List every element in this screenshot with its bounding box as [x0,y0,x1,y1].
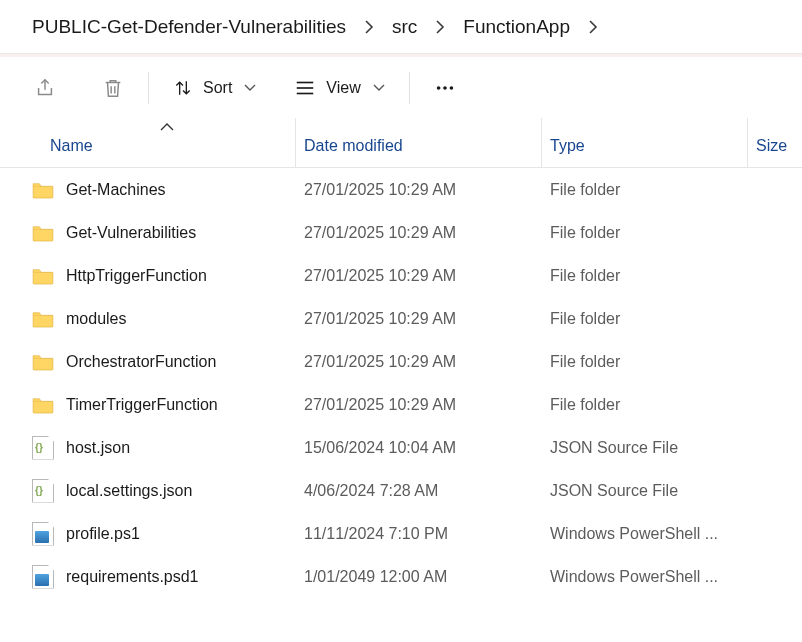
toolbar: Sort View [0,54,802,118]
file-name: Get-Vulnerabilities [66,224,196,242]
view-button[interactable]: View [284,72,394,104]
folder-icon [32,351,54,373]
file-date: 27/01/2025 10:29 AM [296,181,542,199]
file-date: 15/06/2024 10:04 AM [296,439,542,457]
file-row[interactable]: host.json15/06/2024 10:04 AMJSON Source … [0,426,802,469]
folder-icon [32,308,54,330]
file-name: host.json [66,439,130,457]
sort-label: Sort [203,79,232,97]
column-header-date[interactable]: Date modified [296,118,542,167]
folder-icon [32,222,54,244]
chevron-right-icon [588,20,598,34]
chevron-down-icon [244,83,256,93]
file-type: JSON Source File [542,482,748,500]
chevron-down-icon [373,83,385,93]
svg-point-5 [449,86,453,90]
file-name: local.settings.json [66,482,192,500]
powershell-file-icon [32,522,54,546]
file-type: File folder [542,181,748,199]
file-name: TimerTriggerFunction [66,396,218,414]
file-row[interactable]: requirements.psd11/01/2049 12:00 AMWindo… [0,555,802,598]
chevron-right-icon [435,20,445,34]
folder-icon [32,265,54,287]
more-button[interactable] [424,71,466,105]
breadcrumb: PUBLIC-Get-Defender-Vulnerabilities src … [0,0,802,54]
file-date: 27/01/2025 10:29 AM [296,353,542,371]
file-date: 27/01/2025 10:29 AM [296,224,542,242]
share-button[interactable] [24,71,66,105]
file-date: 27/01/2025 10:29 AM [296,310,542,328]
column-header-name[interactable]: Name [0,118,296,167]
file-date: 11/11/2024 7:10 PM [296,525,542,543]
breadcrumb-item-functionapp[interactable]: FunctionApp [461,12,572,42]
json-file-icon [32,479,54,503]
file-row[interactable]: TimerTriggerFunction27/01/2025 10:29 AMF… [0,383,802,426]
file-name: Get-Machines [66,181,166,199]
file-type: File folder [542,353,748,371]
view-label: View [326,79,360,97]
powershell-file-icon [32,565,54,589]
file-row[interactable]: Get-Machines27/01/2025 10:29 AMFile fold… [0,168,802,211]
file-name: requirements.psd1 [66,568,199,586]
folder-icon [32,394,54,416]
file-list: Get-Machines27/01/2025 10:29 AMFile fold… [0,168,802,598]
file-type: File folder [542,224,748,242]
file-date: 4/06/2024 7:28 AM [296,482,542,500]
breadcrumb-item-root[interactable]: PUBLIC-Get-Defender-Vulnerabilities [30,12,348,42]
delete-button[interactable] [92,71,134,105]
sort-button[interactable]: Sort [163,72,266,104]
file-type: File folder [542,267,748,285]
column-header-size[interactable]: Size [748,118,802,167]
file-row[interactable]: Get-Vulnerabilities27/01/2025 10:29 AMFi… [0,211,802,254]
file-row[interactable]: local.settings.json4/06/2024 7:28 AMJSON… [0,469,802,512]
sort-indicator-icon [160,118,174,135]
file-date: 27/01/2025 10:29 AM [296,267,542,285]
folder-icon [32,179,54,201]
file-name: modules [66,310,126,328]
file-type: File folder [542,396,748,414]
file-name: HttpTriggerFunction [66,267,207,285]
column-header-row: Name Date modified Type Size [0,118,802,168]
file-row[interactable]: profile.ps111/11/2024 7:10 PMWindows Pow… [0,512,802,555]
file-name: OrchestratorFunction [66,353,216,371]
toolbar-separator [409,72,410,104]
json-file-icon [32,436,54,460]
file-name: profile.ps1 [66,525,140,543]
file-type: Windows PowerShell ... [542,525,748,543]
file-type: JSON Source File [542,439,748,457]
file-date: 27/01/2025 10:29 AM [296,396,542,414]
file-type: File folder [542,310,748,328]
file-row[interactable]: OrchestratorFunction27/01/2025 10:29 AMF… [0,340,802,383]
file-type: Windows PowerShell ... [542,568,748,586]
toolbar-separator [148,72,149,104]
file-row[interactable]: modules27/01/2025 10:29 AMFile folder [0,297,802,340]
column-header-type[interactable]: Type [542,118,748,167]
file-date: 1/01/2049 12:00 AM [296,568,542,586]
breadcrumb-item-src[interactable]: src [390,12,419,42]
svg-point-4 [443,86,447,90]
file-row[interactable]: HttpTriggerFunction27/01/2025 10:29 AMFi… [0,254,802,297]
chevron-right-icon [364,20,374,34]
svg-point-3 [436,86,440,90]
